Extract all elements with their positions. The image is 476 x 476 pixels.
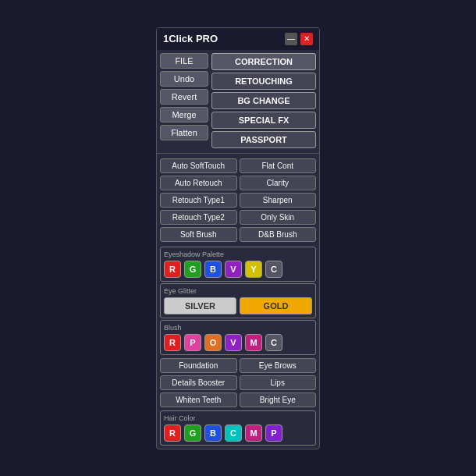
sharpen-button[interactable]: Sharpen (240, 193, 317, 208)
close-button[interactable]: ✕ (300, 33, 313, 45)
merge-button[interactable]: Merge (160, 107, 208, 123)
tools-row-3: Retouch Type1 Sharpen (160, 193, 316, 208)
foundation-button[interactable]: Foundation (160, 358, 237, 373)
window-title: 1Click PRO (163, 33, 218, 44)
main-content: FILE Undo Revert Merge Flatten CORRECTIO… (157, 50, 319, 151)
retouch-type2-button[interactable]: Retouch Type2 (160, 210, 237, 225)
tools-row-5: Soft Brush D&B Brush (160, 227, 316, 242)
hair-color-label: Hair Color (164, 414, 312, 422)
correction-button[interactable]: CORRECTION (211, 53, 316, 70)
blush-palette-group: Blush R P O V M C (160, 320, 316, 355)
special-fx-button[interactable]: SPECIAL FX (211, 112, 316, 129)
revert-button[interactable]: Revert (160, 89, 208, 105)
glitter-row: SILVER GOLD (164, 297, 312, 314)
bg-change-button[interactable]: BG CHANGE (211, 92, 316, 109)
blush-red-circle[interactable]: R (164, 334, 181, 351)
file-button[interactable]: FILE (160, 53, 208, 69)
right-column: CORRECTION RETOUCHING BG CHANGE SPECIAL … (211, 53, 316, 148)
only-skin-button[interactable]: Only Skin (240, 210, 317, 225)
soft-brush-button[interactable]: Soft Brush (160, 227, 237, 242)
hair-color-group: Hair Color R G B C M P (160, 410, 316, 446)
eye-violet-circle[interactable]: V (225, 261, 242, 278)
title-bar-controls: — ✕ (285, 33, 313, 45)
eyeshadow-palette-row: R G B V Y C (164, 261, 312, 278)
flat-cont-button[interactable]: Flat Cont (240, 158, 317, 173)
divider-1 (157, 153, 319, 154)
blush-clear-circle[interactable]: C (265, 334, 282, 351)
hair-purple-circle[interactable]: P (265, 424, 282, 442)
eye-yellow-circle[interactable]: Y (245, 261, 262, 278)
hair-color-row: R G B C M P (164, 424, 312, 442)
blush-orange-circle[interactable]: O (204, 334, 222, 351)
bottom-tools-area: Foundation Eye Brows Details Booster Lip… (157, 357, 319, 409)
minimize-button[interactable]: — (285, 33, 297, 45)
retouch-type1-button[interactable]: Retouch Type1 (160, 193, 237, 208)
left-column: FILE Undo Revert Merge Flatten (160, 53, 208, 148)
hair-cyan-circle[interactable]: C (225, 424, 242, 442)
eye-glitter-label: Eye Glitter (164, 287, 312, 295)
flatten-button[interactable]: Flatten (160, 125, 208, 140)
blush-violet-circle[interactable]: V (225, 334, 242, 351)
eye-green-circle[interactable]: G (184, 261, 201, 278)
tools-row-1: Auto SoftTouch Flat Cont (160, 158, 316, 173)
dnb-brush-button[interactable]: D&B Brush (240, 227, 317, 242)
blush-palette-row: R P O V M C (164, 334, 312, 351)
silver-button[interactable]: SILVER (164, 297, 236, 314)
eyeshadow-label: Eyeshadow Palette (164, 250, 312, 258)
hair-blue-circle[interactable]: B (204, 424, 222, 442)
hair-red-circle[interactable]: R (164, 424, 181, 442)
hair-green-circle[interactable]: G (184, 424, 201, 442)
eye-glitter-group: Eye Glitter SILVER GOLD (160, 283, 316, 318)
undo-button[interactable]: Undo (160, 71, 208, 87)
whiten-teeth-button[interactable]: Whiten Teeth (160, 393, 237, 407)
blush-magenta-circle[interactable]: M (245, 334, 262, 351)
tools-area: Auto SoftTouch Flat Cont Auto Retouch Cl… (157, 155, 319, 245)
details-booster-button[interactable]: Details Booster (160, 375, 237, 390)
clarity-button[interactable]: Clarity (240, 176, 317, 190)
auto-retouch-button[interactable]: Auto Retouch (160, 176, 237, 190)
blush-label: Blush (164, 324, 312, 332)
bright-eye-button[interactable]: Bright Eye (240, 393, 317, 407)
tools-row-4: Retouch Type2 Only Skin (160, 210, 316, 225)
hair-magenta-circle[interactable]: M (245, 424, 262, 442)
lips-button[interactable]: Lips (240, 375, 317, 390)
tools-row-2: Auto Retouch Clarity (160, 176, 316, 190)
eye-brows-button[interactable]: Eye Brows (240, 358, 317, 373)
bottom-row-1: Foundation Eye Brows (160, 358, 316, 373)
blush-pink-circle[interactable]: P (184, 334, 201, 351)
gold-button[interactable]: GOLD (240, 297, 312, 314)
main-window: 1Click PRO — ✕ FILE Undo Revert Merge Fl… (156, 27, 320, 449)
eye-red-circle[interactable]: R (164, 261, 181, 278)
bottom-row-3: Whiten Teeth Bright Eye (160, 393, 316, 407)
eyeshadow-palette-group: Eyeshadow Palette R G B V Y C (160, 247, 316, 282)
retouching-button[interactable]: RETOUCHING (211, 73, 316, 90)
passport-button[interactable]: PASSPORT (211, 131, 316, 148)
title-bar: 1Click PRO — ✕ (157, 28, 319, 50)
eye-blue-circle[interactable]: B (204, 261, 222, 278)
eye-clear-circle[interactable]: C (265, 261, 282, 278)
auto-softtouch-button[interactable]: Auto SoftTouch (160, 158, 237, 173)
bottom-row-2: Details Booster Lips (160, 375, 316, 390)
